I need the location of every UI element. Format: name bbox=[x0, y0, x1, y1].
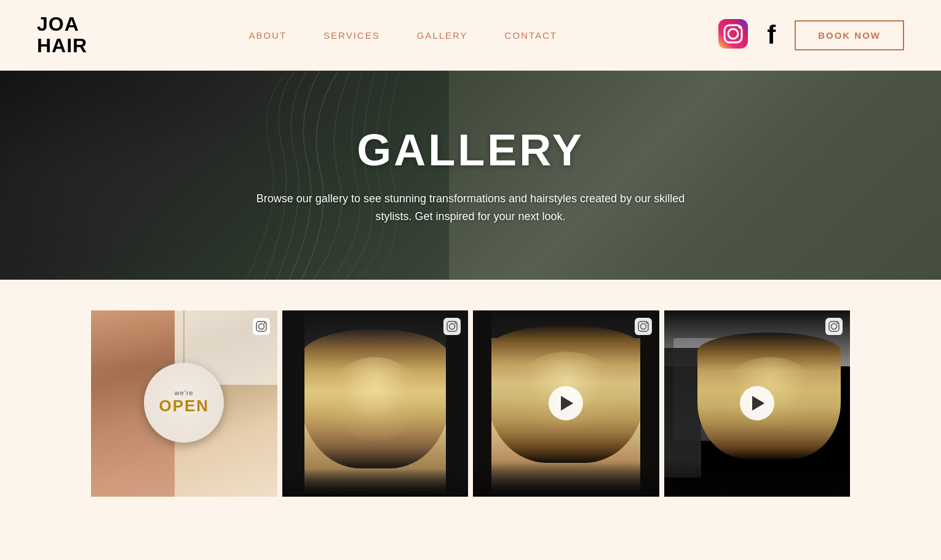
svg-rect-4 bbox=[253, 318, 270, 335]
main-nav: ABOUT SERVICES GALLERY CONTACT bbox=[248, 30, 557, 41]
gallery-item-2[interactable] bbox=[282, 310, 469, 497]
gallery-item-1[interactable]: we're OPEN bbox=[91, 310, 277, 497]
svg-point-11 bbox=[455, 322, 456, 323]
svg-rect-16 bbox=[825, 318, 843, 335]
logo-line2: HAIR bbox=[37, 34, 87, 57]
nav-about[interactable]: ABOUT bbox=[248, 30, 287, 41]
nav-services[interactable]: SERVICES bbox=[324, 30, 380, 41]
gallery-photo-4 bbox=[664, 310, 851, 497]
site-logo[interactable]: JOA HAIR bbox=[37, 14, 87, 57]
facebook-link[interactable]: f bbox=[763, 20, 780, 50]
instagram-badge-4 bbox=[825, 318, 843, 337]
svg-point-19 bbox=[836, 322, 838, 323]
play-button-3[interactable] bbox=[549, 386, 583, 420]
open-sign: we're OPEN bbox=[144, 363, 224, 443]
gallery-photo-3 bbox=[473, 310, 659, 497]
header-actions: f BOOK NOW bbox=[718, 19, 904, 51]
svg-point-3 bbox=[739, 26, 742, 29]
hero-title: GALLERY bbox=[357, 125, 584, 175]
gallery-section: we're OPEN bbox=[0, 280, 941, 521]
gallery-grid: we're OPEN bbox=[91, 310, 850, 497]
logo-line1: JOA bbox=[37, 13, 79, 35]
book-now-button[interactable]: BOOK NOW bbox=[795, 20, 904, 50]
svg-rect-0 bbox=[718, 19, 748, 49]
hero-content: GALLERY Browse our gallery to see stunni… bbox=[0, 71, 941, 280]
svg-rect-12 bbox=[635, 318, 652, 335]
instagram-badge-1 bbox=[253, 318, 270, 337]
svg-point-15 bbox=[646, 322, 647, 323]
gallery-item-3[interactable] bbox=[473, 310, 659, 497]
hero-subtitle: Browse our gallery to see stunning trans… bbox=[240, 190, 701, 226]
play-button-4[interactable] bbox=[740, 386, 774, 420]
instagram-badge-3 bbox=[635, 318, 652, 337]
instagram-badge-2 bbox=[443, 318, 461, 337]
svg-rect-8 bbox=[443, 318, 461, 335]
play-triangle-4 bbox=[752, 396, 764, 411]
nav-gallery[interactable]: GALLERY bbox=[417, 30, 468, 41]
site-header: JOA HAIR ABOUT SERVICES GALLERY CONTACT bbox=[0, 0, 941, 71]
gallery-photo-2 bbox=[282, 310, 469, 497]
sign-we-are: we're bbox=[175, 389, 194, 396]
sign-open: OPEN bbox=[159, 396, 209, 416]
instagram-link[interactable] bbox=[718, 19, 748, 51]
hero-banner: GALLERY Browse our gallery to see stunni… bbox=[0, 71, 941, 280]
gallery-item-4[interactable] bbox=[664, 310, 851, 497]
play-triangle-3 bbox=[561, 396, 573, 411]
nav-contact[interactable]: CONTACT bbox=[505, 30, 557, 41]
gallery-photo-1: we're OPEN bbox=[91, 310, 277, 497]
svg-point-7 bbox=[264, 322, 265, 323]
